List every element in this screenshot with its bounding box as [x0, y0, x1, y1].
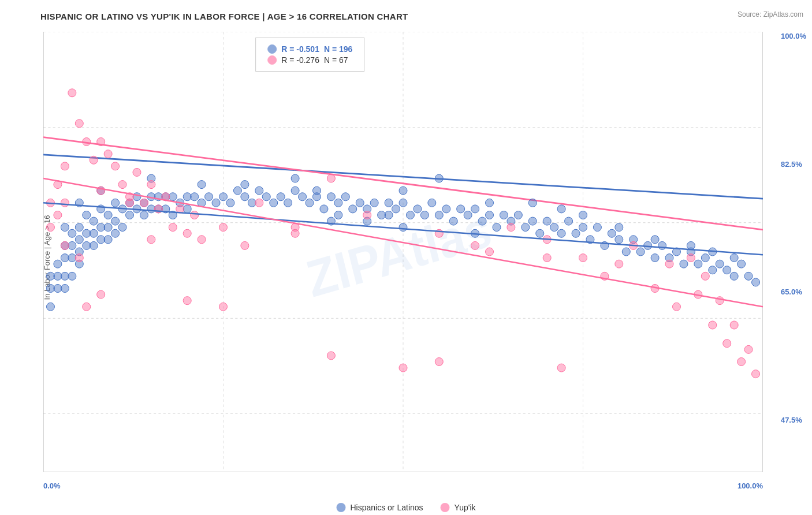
bottom-legend-yupik: Yup'ik — [441, 503, 476, 512]
y-axis-ticks: 100.0% 82.5% 65.0% 47.5% — [781, 32, 806, 424]
chart-container: HISPANIC OR LATINO VS YUP'IK IN LABOR FO… — [0, 0, 812, 515]
legend-dot-pink — [267, 55, 277, 65]
legend-dot-blue — [267, 44, 277, 54]
legend-dot-hispanics — [337, 503, 346, 512]
chart-plot-area: ZIPAtlas — [43, 32, 763, 472]
bottom-legend-hispanics: Hispanics or Latinos — [337, 503, 423, 512]
legend-n2: N = 67 — [324, 55, 348, 65]
bottom-legend: Hispanics or Latinos Yup'ik — [337, 503, 476, 512]
y-tick-47: 47.5% — [781, 416, 806, 424]
legend-row-2: R = -0.276 N = 67 — [267, 55, 352, 65]
chart-title: HISPANIC OR LATINO VS YUP'IK IN LABOR FO… — [40, 12, 806, 21]
legend-r1: R = -0.501 — [281, 44, 319, 54]
legend-label-yupik: Yup'ik — [455, 503, 476, 512]
y-tick-65: 65.0% — [781, 288, 806, 296]
legend-dot-yupik — [441, 503, 450, 512]
y-tick-100: 100.0% — [781, 32, 806, 40]
scatter-canvas — [43, 32, 763, 472]
legend-label-hispanics: Hispanics or Latinos — [351, 503, 423, 512]
x-tick-left: 0.0% — [43, 482, 61, 490]
source-label: Source: ZipAtlas.com — [737, 10, 803, 18]
legend-row-1: R = -0.501 N = 196 — [267, 44, 352, 54]
legend-n1: N = 196 — [324, 44, 352, 54]
legend-box: R = -0.501 N = 196 R = -0.276 N = 67 — [255, 38, 364, 72]
legend-r2: R = -0.276 — [281, 55, 319, 65]
y-tick-82: 82.5% — [781, 160, 806, 169]
x-tick-right: 100.0% — [737, 482, 763, 490]
